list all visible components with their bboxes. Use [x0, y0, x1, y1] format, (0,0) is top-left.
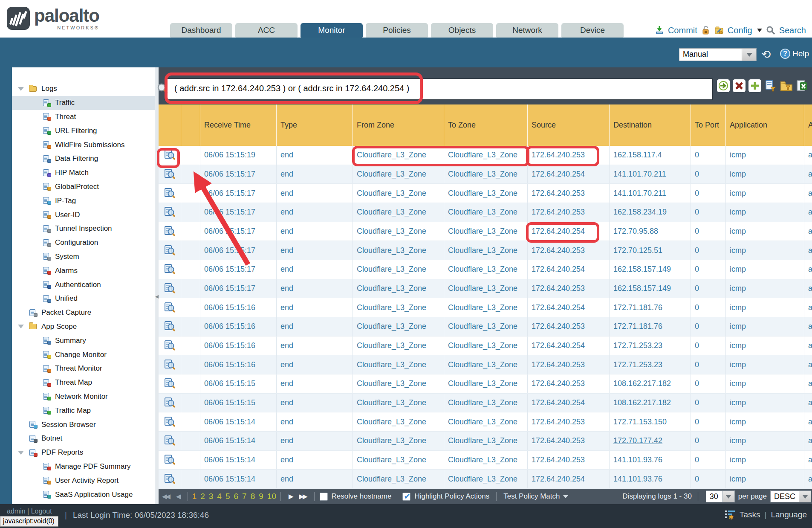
cell-to-port[interactable]: 0: [691, 298, 726, 317]
cell-action[interactable]: al: [804, 241, 812, 260]
config-dropdown-caret[interactable]: [757, 29, 762, 32]
refresh-interval-dropdown-button[interactable]: [742, 49, 756, 61]
config-button[interactable]: Config: [728, 26, 752, 35]
log-detail-magnifier-icon[interactable]: [159, 165, 181, 184]
sidebar-item-user-id[interactable]: User-ID: [12, 208, 155, 222]
tab-device[interactable]: Device: [561, 23, 624, 38]
page-link-4[interactable]: 4: [217, 492, 222, 501]
cell-to-port[interactable]: 0: [691, 317, 726, 336]
cell-application[interactable]: icmp: [726, 184, 804, 203]
per-page-select[interactable]: 30: [706, 490, 735, 502]
cell-from-zone[interactable]: Cloudflare_L3_Zone: [353, 470, 444, 488]
log-detail-magnifier-icon[interactable]: [159, 184, 181, 203]
log-detail-magnifier-icon[interactable]: [159, 317, 181, 336]
tab-objects[interactable]: Objects: [431, 23, 493, 38]
cell-to-zone[interactable]: Cloudflare_L3_Zone: [444, 165, 528, 184]
cell-application[interactable]: icmp: [726, 203, 804, 222]
test-policy-match-button[interactable]: Test Policy Match: [503, 492, 568, 501]
cell-action[interactable]: al: [804, 337, 812, 355]
column-header-from-zone[interactable]: From Zone: [353, 104, 444, 146]
cell-to-zone[interactable]: Cloudflare_L3_Zone: [444, 298, 528, 317]
column-header-source[interactable]: Source: [528, 104, 610, 146]
cell-application[interactable]: icmp: [726, 374, 804, 393]
cell-destination[interactable]: 108.162.217.182: [610, 374, 691, 393]
cell-destination[interactable]: 172.71.181.76: [610, 317, 691, 336]
log-detail-magnifier-icon[interactable]: [159, 355, 181, 374]
sidebar-item-summary[interactable]: Summary: [12, 334, 155, 348]
refresh-interval-select[interactable]: Manual: [679, 48, 757, 61]
tab-acc[interactable]: ACC: [235, 23, 298, 38]
clear-filter-button[interactable]: [733, 79, 746, 92]
cell-from-zone[interactable]: Cloudflare_L3_Zone: [353, 260, 444, 279]
help-label[interactable]: Help: [792, 49, 809, 58]
log-detail-magnifier-icon[interactable]: [159, 374, 181, 393]
cell-destination[interactable]: 141.101.93.76: [610, 451, 691, 470]
cell-to-port[interactable]: 0: [691, 337, 726, 355]
sidebar-item-botnet[interactable]: Botnet: [12, 432, 155, 446]
cell-to-zone[interactable]: Cloudflare_L3_Zone: [444, 432, 528, 450]
next-page-icon[interactable]: ▶: [289, 493, 292, 500]
cell-to-port[interactable]: 0: [691, 165, 726, 184]
cell-to-port[interactable]: 0: [691, 355, 726, 374]
sidebar-item-configuration[interactable]: Configuration: [12, 236, 155, 250]
expander-triangle-icon[interactable]: [18, 451, 24, 455]
cell-to-port[interactable]: 0: [691, 260, 726, 279]
page-link-5[interactable]: 5: [225, 492, 230, 501]
tab-policies[interactable]: Policies: [366, 23, 428, 38]
cell-source[interactable]: 172.64.240.253: [528, 374, 610, 393]
cell-to-port[interactable]: 0: [691, 241, 726, 260]
logout-link[interactable]: Logout: [31, 508, 52, 515]
column-header-ac[interactable]: Ac: [804, 104, 812, 146]
cell-source[interactable]: 172.64.240.253: [528, 184, 610, 203]
sidebar-item-hip-match[interactable]: HIP Match: [12, 166, 155, 180]
cell-source[interactable]: 172.64.240.254: [528, 470, 610, 488]
sidebar-item-packet-capture[interactable]: Packet Capture: [12, 306, 155, 320]
previous-page-icon[interactable]: ◀: [176, 493, 180, 500]
cell-source[interactable]: 172.64.240.254: [528, 260, 610, 279]
cell-action[interactable]: al: [804, 470, 812, 488]
sidebar-item-unified[interactable]: Unified: [12, 292, 155, 306]
cell-to-port[interactable]: 0: [691, 374, 726, 393]
cell-from-zone[interactable]: Cloudflare_L3_Zone: [353, 394, 444, 412]
cell-application[interactable]: icmp: [726, 451, 804, 470]
add-filter-button[interactable]: [748, 79, 761, 92]
cell-application[interactable]: icmp: [726, 394, 804, 412]
resolve-hostname-checkbox[interactable]: [320, 493, 328, 501]
cell-to-port[interactable]: 0: [691, 184, 726, 203]
sidebar-item-url-filtering[interactable]: URL Filtering: [12, 124, 155, 138]
sidebar-item-threat-monitor[interactable]: Threat Monitor: [12, 362, 155, 376]
cell-to-port[interactable]: 0: [691, 451, 726, 470]
cell-source[interactable]: 172.64.240.254: [528, 394, 610, 412]
cell-action[interactable]: al: [804, 203, 812, 222]
sort-order-select[interactable]: DESC: [770, 490, 811, 502]
sidebar-item-threat[interactable]: Threat: [12, 110, 155, 124]
page-link-1[interactable]: 1: [192, 492, 197, 501]
cell-to-port[interactable]: 0: [691, 412, 726, 431]
cell-destination[interactable]: 172.70.125.51: [610, 241, 691, 260]
cell-application[interactable]: icmp: [726, 279, 804, 298]
cell-destination[interactable]: 162.158.234.19: [610, 203, 691, 222]
cell-source[interactable]: 172.64.240.253: [528, 451, 610, 470]
cell-to-zone[interactable]: Cloudflare_L3_Zone: [444, 451, 528, 470]
sidebar-item-change-monitor[interactable]: Change Monitor: [12, 348, 155, 362]
column-header-to-zone[interactable]: To Zone: [444, 104, 528, 146]
log-detail-magnifier-icon[interactable]: [159, 451, 181, 470]
cell-to-zone[interactable]: Cloudflare_L3_Zone: [444, 412, 528, 431]
log-detail-magnifier-icon[interactable]: [159, 412, 181, 431]
page-link-7[interactable]: 7: [242, 492, 247, 501]
tab-network[interactable]: Network: [496, 23, 558, 38]
page-link-10[interactable]: 10: [267, 492, 276, 501]
cell-source[interactable]: 172.64.240.254: [528, 222, 610, 241]
cell-to-port[interactable]: 0: [691, 146, 726, 165]
cell-application[interactable]: icmp: [726, 222, 804, 241]
cell-source[interactable]: 172.64.240.253: [528, 412, 610, 431]
cell-action[interactable]: al: [804, 317, 812, 336]
cell-application[interactable]: icmp: [726, 241, 804, 260]
page-link-2[interactable]: 2: [200, 492, 205, 501]
cell-application[interactable]: icmp: [726, 317, 804, 336]
cell-action[interactable]: al: [804, 279, 812, 298]
sidebar-item-manage-pdf-summary[interactable]: Manage PDF Summary: [12, 460, 155, 474]
last-page-icon[interactable]: ▶▶: [299, 493, 306, 500]
cell-destination[interactable]: 141.101.93.76: [610, 470, 691, 488]
cell-application[interactable]: icmp: [726, 260, 804, 279]
